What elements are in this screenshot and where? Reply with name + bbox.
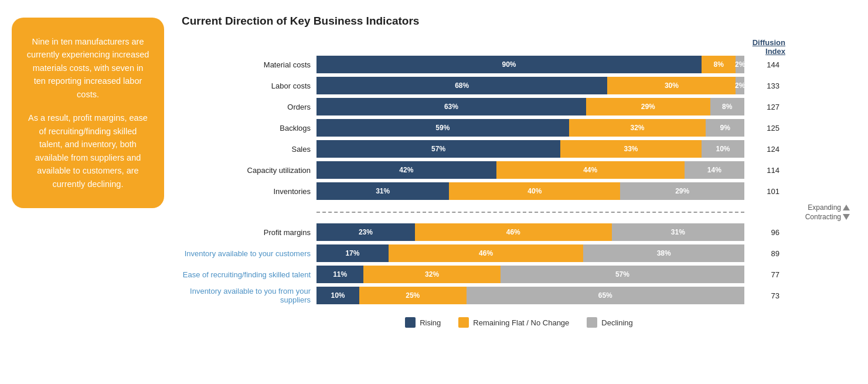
diffusion-value: 73 [744,291,780,300]
bar-label: Inventory available to you from your sup… [182,287,316,304]
segment-rising: 68% [316,77,607,94]
bar-track: 59%32%9% [316,119,744,137]
bar-label: Sales [182,145,316,154]
diffusion-value: 114 [744,166,780,175]
bar-track: 57%33%10% [316,140,744,158]
segment-declining: 10% [702,140,744,158]
header-row: Diffusion Index [182,38,856,56]
segment-declining: 29% [620,182,744,200]
bar-label: Orders [182,103,316,111]
bar-row: Material costs90%8%2%144 [182,56,856,73]
bar-label: Labor costs [182,81,316,90]
bar-row: Labor costs68%30%2%133 [182,77,856,94]
segment-rising: 31% [316,182,449,200]
segment-flat: 32% [569,119,706,137]
segment-declining: 31% [612,223,744,241]
segment-rising: 90% [316,56,702,73]
bar-row: Profit margins23%46%31%96 [182,223,856,241]
segment-declining: 2% [736,56,744,73]
segment-flat: 33% [560,140,702,158]
bar-row: Inventory available to your customers17%… [182,244,856,262]
bar-track: 17%46%38% [316,244,744,262]
diffusion-value: 127 [744,103,780,111]
diffusion-value: 124 [744,145,780,154]
bar-track: 90%8%2% [316,56,744,73]
expanding-label-text: Expanding [808,203,841,212]
segment-flat: 46% [415,223,612,241]
bar-row: Orders63%29%8%127 [182,98,856,115]
bar-label: Inventory available to your customers [182,249,316,258]
arrow-up-icon [843,205,850,210]
segment-declining: 38% [583,244,744,262]
segment-rising: 10% [316,287,359,304]
bar-label: Ease of recruiting/finding skilled talen… [182,270,316,279]
divider-area: Expanding Contracting [182,203,856,221]
bar-row: Ease of recruiting/finding skilled talen… [182,266,856,283]
lower-bars: Profit margins23%46%31%96Inventory avail… [182,223,856,308]
upper-bars: Material costs90%8%2%144Labor costs68%30… [182,56,856,203]
segment-flat: 8% [702,56,736,73]
info-paragraph-2: As a result, profit margins, ease of rec… [26,111,149,191]
bar-label: Backlogs [182,124,316,132]
diffusion-value: 133 [744,81,780,90]
diffusion-value: 96 [744,228,780,237]
segment-flat: 25% [359,287,467,304]
segment-rising: 23% [316,223,415,241]
bar-track: 11%32%57% [316,266,744,283]
declining-swatch [587,317,597,328]
bar-row: Inventories31%40%29%101 [182,182,856,200]
rising-label: Rising [420,318,441,327]
bar-track: 31%40%29% [316,182,744,200]
bar-track: 42%44%14% [316,161,744,179]
bar-row: Backlogs59%32%9%125 [182,119,856,137]
legend-flat: Remaining Flat / No Change [458,317,569,328]
legend-rising: Rising [405,317,441,328]
segment-rising: 11% [316,266,363,283]
segment-flat: 46% [389,244,583,262]
chart-section: Current Direction of Key Business Indica… [176,12,856,328]
segment-declining: 2% [736,77,744,94]
bar-track: 63%29%8% [316,98,744,115]
chart-title: Current Direction of Key Business Indica… [182,15,856,28]
bar-row: Capacity utilization42%44%14%114 [182,161,856,179]
legend-declining: Declining [587,317,632,328]
segment-declining: 9% [706,119,744,137]
segment-flat: 32% [363,266,501,283]
bar-label: Capacity utilization [182,166,316,175]
diffusion-value: 125 [744,124,780,132]
bar-label: Profit margins [182,228,316,237]
bar-label: Material costs [182,60,316,69]
bar-track: 23%46%31% [316,223,744,241]
flat-label: Remaining Flat / No Change [473,318,569,327]
diffusion-value: 101 [744,187,780,196]
bar-track: 68%30%2% [316,77,744,94]
declining-label: Declining [601,318,632,327]
info-box: Nine in ten manufacturers are currently … [12,18,164,208]
segment-declining: 65% [467,287,745,304]
diffusion-value: 144 [744,60,780,69]
page-container: Nine in ten manufacturers are currently … [12,12,856,328]
segment-rising: 42% [316,161,496,179]
bar-label: Inventories [182,187,316,196]
segment-rising: 59% [316,119,569,137]
expanding-note: Expanding Contracting [785,203,850,221]
segment-flat: 29% [586,98,710,115]
segment-rising: 57% [316,140,560,158]
bar-row: Sales57%33%10%124 [182,140,856,158]
legend: Rising Remaining Flat / No Change Declin… [182,317,856,328]
arrow-down-icon [843,214,850,220]
contracting-label-text: Contracting [805,213,841,221]
diffusion-value: 89 [744,249,780,258]
bar-row: Inventory available to you from your sup… [182,287,856,304]
segment-declining: 14% [685,161,744,179]
segment-rising: 17% [316,244,389,262]
segment-declining: 57% [501,266,744,283]
segment-flat: 44% [496,161,685,179]
rising-swatch [405,317,416,328]
bar-track: 10%25%65% [316,287,744,304]
diffusion-index-header: Diffusion Index [750,38,785,56]
segment-rising: 63% [316,98,586,115]
diffusion-value: 77 [744,270,780,279]
segment-flat: 40% [449,182,620,200]
flat-swatch [458,317,469,328]
